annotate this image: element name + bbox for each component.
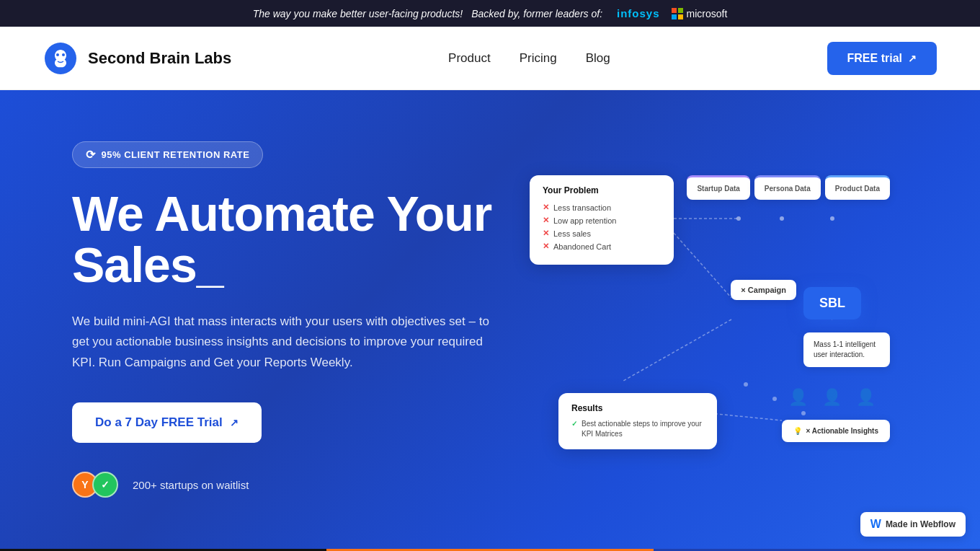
brand-logos: infosys microsoft xyxy=(617,7,727,19)
svg-point-9 xyxy=(780,216,784,221)
waitlist-text: 200+ startups on waitlist xyxy=(133,479,249,491)
nav-link-pricing[interactable]: Pricing xyxy=(520,51,557,66)
waitlist-avatars: Y ✓ xyxy=(72,472,112,498)
data-cards: Startup Data Persona Data Product Data xyxy=(687,175,890,200)
infosys-logo: infosys xyxy=(617,7,660,19)
hero-title: We Automate Your Sales_ xyxy=(72,188,497,291)
nav-brand-name: Second Brain Labs xyxy=(88,49,231,68)
hero-title-line1: We Automate Your xyxy=(72,186,491,241)
problem-item-3: ✕ Less sales xyxy=(543,229,661,238)
insights-card: 💡 × Actionable Insights xyxy=(782,420,890,442)
person-icon-2: 👤 xyxy=(822,388,842,407)
nav-logo-link[interactable]: Second Brain Labs xyxy=(43,41,231,76)
problem-item-4-text: Abandoned Cart xyxy=(553,242,611,251)
svg-point-8 xyxy=(736,216,741,221)
problem-card: Your Problem ✕ Less transaction ✕ Low ap… xyxy=(530,175,674,265)
campaign-label: × Campaign xyxy=(741,286,786,294)
problem-item-3-text: Less sales xyxy=(553,229,591,238)
persona-data-label: Persona Data xyxy=(765,185,811,193)
results-item: ✓ Best actionable steps to improve your … xyxy=(571,419,704,439)
announcement-text-italic: Backed by, former leaders of: xyxy=(471,8,602,19)
webflow-label: Made in Webflow xyxy=(886,519,956,529)
svg-point-10 xyxy=(830,216,834,221)
person-icon-1: 👤 xyxy=(788,388,808,407)
persona-data-card: Persona Data xyxy=(754,175,821,200)
problem-card-title: Your Problem xyxy=(543,185,661,195)
avatar-2: ✓ xyxy=(92,472,118,498)
retention-badge-text: 95% CLIENT RETENTION RATE xyxy=(102,149,250,160)
problem-item-1: ✕ Less transaction xyxy=(543,203,661,212)
problem-item-2-text: Low app retention xyxy=(553,216,616,225)
results-text: Best actionable steps to improve your KP… xyxy=(582,419,704,439)
nav-links: Product Pricing Blog xyxy=(448,51,610,66)
hero-left: ⟳ 95% CLIENT RETENTION RATE We Automate … xyxy=(72,133,497,506)
svg-point-2 xyxy=(62,53,65,56)
hero-cta-arrow-icon: ↗ xyxy=(230,417,239,428)
mass-card: Mass 1-1 intelligent user interaction. xyxy=(803,332,890,367)
nav-link-blog[interactable]: Blog xyxy=(586,51,610,66)
svg-point-1 xyxy=(56,53,59,56)
nav-cta-arrow-icon: ↗ xyxy=(908,53,917,64)
problem-item-2: ✕ Low app retention xyxy=(543,216,661,225)
results-card: Results ✓ Best actionable steps to impro… xyxy=(558,393,717,449)
svg-line-7 xyxy=(710,413,782,420)
retention-icon: ⟳ xyxy=(86,148,96,162)
svg-point-12 xyxy=(772,397,777,401)
microsoft-grid-icon xyxy=(672,8,683,19)
mass-label: Mass 1-1 intelligent user interaction. xyxy=(814,340,876,358)
x-mark-icon-2: ✕ xyxy=(543,216,549,225)
x-mark-icon-3: ✕ xyxy=(543,229,549,238)
product-data-card: Product Data xyxy=(825,175,890,200)
problem-item-4: ✕ Abandoned Cart xyxy=(543,242,661,251)
announcement-bar: The way you make better user-facing prod… xyxy=(0,0,980,27)
person-icons: 👤 👤 👤 xyxy=(788,388,876,407)
nav-cta-label: FREE trial xyxy=(847,52,902,65)
hero-cta-label: Do a 7 Day FREE Trial xyxy=(95,415,223,430)
waitlist-section: Y ✓ 200+ startups on waitlist xyxy=(72,472,497,498)
diagram-container: Your Problem ✕ Less transaction ✕ Low ap… xyxy=(530,175,890,464)
webflow-badge: W Made in Webflow xyxy=(860,512,966,537)
insights-label: × Actionable Insights xyxy=(806,427,878,435)
nav-cta-button[interactable]: FREE trial ↗ xyxy=(827,42,937,75)
sbl-label: SBL xyxy=(819,296,845,310)
hero-right: Your Problem ✕ Less transaction ✕ Low ap… xyxy=(497,133,922,506)
x-mark-icon-4: ✕ xyxy=(543,242,549,251)
retention-badge: ⟳ 95% CLIENT RETENTION RATE xyxy=(72,141,263,168)
brain-icon xyxy=(43,41,78,76)
announcement-text-prefix: The way you make better user-facing prod… xyxy=(253,8,463,19)
bulb-icon: 💡 xyxy=(793,427,802,435)
svg-point-11 xyxy=(744,382,748,387)
x-mark-icon: ✕ xyxy=(543,203,549,212)
check-mark-icon: ✓ xyxy=(571,419,577,429)
problem-item-1-text: Less transaction xyxy=(553,203,611,212)
navbar: Second Brain Labs Product Pricing Blog F… xyxy=(0,27,980,90)
microsoft-label: microsoft xyxy=(687,8,728,19)
svg-point-13 xyxy=(801,411,806,415)
hero-subtitle: We build mini-AGI that mass interacts wi… xyxy=(72,312,490,374)
hero-cta-button[interactable]: Do a 7 Day FREE Trial ↗ xyxy=(72,402,262,443)
startup-data-label: Startup Data xyxy=(697,185,739,193)
product-data-label: Product Data xyxy=(835,185,880,193)
svg-line-6 xyxy=(623,319,731,381)
svg-line-4 xyxy=(674,233,731,298)
person-icon-3: 👤 xyxy=(856,388,876,407)
campaign-card: × Campaign xyxy=(731,280,796,300)
results-title: Results xyxy=(571,403,704,413)
webflow-icon: W xyxy=(870,518,881,531)
sbl-card: SBL xyxy=(803,287,861,319)
microsoft-logo: microsoft xyxy=(672,8,728,19)
startup-data-card: Startup Data xyxy=(687,175,749,200)
nav-link-product[interactable]: Product xyxy=(448,51,491,66)
hero-section: ⟳ 95% CLIENT RETENTION RATE We Automate … xyxy=(0,90,980,549)
hero-title-line2: Sales_ xyxy=(72,237,223,292)
